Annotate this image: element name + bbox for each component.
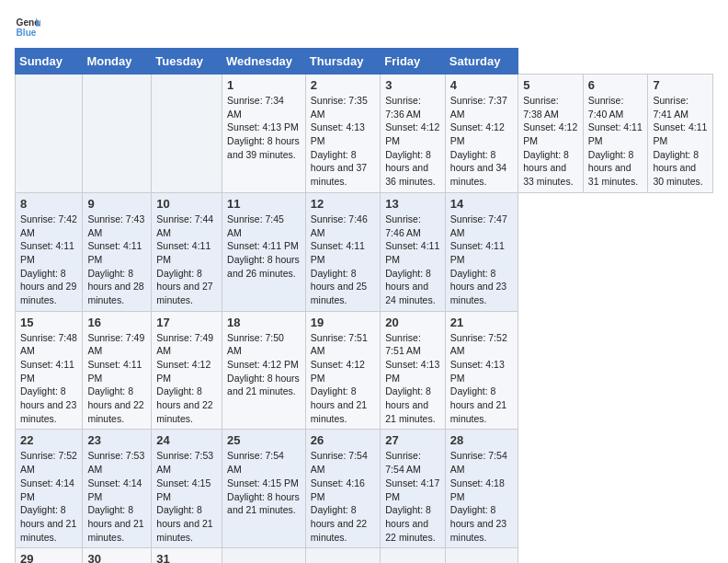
calendar-cell: 15 Sunrise: 7:48 AMSunset: 4:11 PMDaylig… [16, 311, 83, 430]
calendar-cell: 29 Sunrise: 7:55 AMSunset: 4:18 PMDaylig… [16, 548, 83, 563]
day-number: 25 [227, 433, 301, 447]
calendar-cell: 10 Sunrise: 7:44 AMSunset: 4:11 PMDaylig… [152, 192, 222, 311]
page-header: General Blue [15, 15, 713, 40]
day-number: 6 [588, 78, 643, 92]
calendar-cell: 9 Sunrise: 7:43 AMSunset: 4:11 PMDayligh… [83, 192, 152, 311]
calendar-cell: 24 Sunrise: 7:53 AMSunset: 4:15 PMDaylig… [152, 430, 222, 548]
col-header-monday: Monday [83, 49, 152, 75]
day-number: 7 [653, 78, 708, 92]
day-number: 23 [87, 433, 146, 447]
calendar-week-1: 1 Sunrise: 7:34 AMSunset: 4:13 PMDayligh… [16, 75, 713, 193]
day-info: Sunrise: 7:42 AMSunset: 4:11 PMDaylight:… [20, 213, 77, 305]
day-info: Sunrise: 7:54 AMSunset: 4:17 PMDaylight:… [385, 450, 439, 542]
calendar-week-4: 22 Sunrise: 7:52 AMSunset: 4:14 PMDaylig… [16, 430, 713, 548]
day-info: Sunrise: 7:45 AMSunset: 4:11 PMDaylight:… [227, 213, 300, 279]
day-number: 1 [227, 78, 301, 92]
day-number: 24 [156, 433, 217, 447]
calendar-cell: 31 Sunrise: 7:55 AMSunset: 4:20 PMDaylig… [152, 548, 222, 563]
day-number: 2 [311, 78, 375, 92]
calendar-cell: 3 Sunrise: 7:36 AMSunset: 4:12 PMDayligh… [381, 75, 446, 193]
calendar-cell [152, 75, 222, 193]
calendar-cell: 28 Sunrise: 7:54 AMSunset: 4:18 PMDaylig… [445, 430, 518, 548]
calendar-cell: 12 Sunrise: 7:46 AMSunset: 4:11 PMDaylig… [305, 192, 380, 311]
day-number: 28 [450, 433, 513, 447]
day-number: 15 [20, 316, 77, 329]
day-info: Sunrise: 7:50 AMSunset: 4:12 PMDaylight:… [227, 332, 300, 397]
day-info: Sunrise: 7:38 AMSunset: 4:12 PMDaylight:… [523, 95, 577, 187]
day-info: Sunrise: 7:51 AMSunset: 4:12 PMDaylight:… [311, 332, 368, 424]
calendar-cell: 27 Sunrise: 7:54 AMSunset: 4:17 PMDaylig… [381, 430, 446, 548]
day-number: 11 [227, 197, 301, 211]
calendar-week-2: 8 Sunrise: 7:42 AMSunset: 4:11 PMDayligh… [16, 192, 713, 311]
calendar-week-3: 15 Sunrise: 7:48 AMSunset: 4:11 PMDaylig… [16, 311, 713, 430]
day-number: 3 [385, 78, 440, 92]
calendar-cell [222, 548, 306, 563]
calendar-cell: 2 Sunrise: 7:35 AMSunset: 4:13 PMDayligh… [305, 75, 380, 193]
day-number: 8 [20, 197, 77, 211]
day-number: 27 [385, 433, 440, 447]
calendar-cell: 14 Sunrise: 7:47 AMSunset: 4:11 PMDaylig… [445, 192, 518, 311]
col-header-thursday: Thursday [305, 49, 380, 75]
calendar-cell [305, 548, 380, 563]
day-info: Sunrise: 7:40 AMSunset: 4:11 PMDaylight:… [588, 95, 643, 187]
calendar-cell: 20 Sunrise: 7:51 AMSunset: 4:13 PMDaylig… [381, 311, 446, 430]
day-info: Sunrise: 7:48 AMSunset: 4:11 PMDaylight:… [20, 332, 77, 424]
calendar-cell: 22 Sunrise: 7:52 AMSunset: 4:14 PMDaylig… [16, 430, 83, 548]
calendar-cell: 7 Sunrise: 7:41 AMSunset: 4:11 PMDayligh… [648, 75, 713, 193]
day-info: Sunrise: 7:51 AMSunset: 4:13 PMDaylight:… [385, 332, 439, 424]
calendar-cell: 1 Sunrise: 7:34 AMSunset: 4:13 PMDayligh… [222, 75, 306, 193]
day-info: Sunrise: 7:34 AMSunset: 4:13 PMDaylight:… [227, 95, 300, 160]
calendar-cell [381, 548, 446, 563]
day-number: 9 [87, 197, 146, 211]
day-number: 19 [311, 316, 375, 329]
day-number: 12 [311, 197, 375, 211]
calendar-cell [445, 548, 518, 563]
calendar-cell: 21 Sunrise: 7:52 AMSunset: 4:13 PMDaylig… [445, 311, 518, 430]
calendar-cell: 19 Sunrise: 7:51 AMSunset: 4:12 PMDaylig… [305, 311, 380, 430]
day-number: 17 [156, 316, 217, 329]
day-number: 13 [385, 197, 440, 211]
day-info: Sunrise: 7:47 AMSunset: 4:11 PMDaylight:… [450, 213, 507, 305]
day-number: 26 [311, 433, 375, 447]
calendar-cell: 25 Sunrise: 7:54 AMSunset: 4:15 PMDaylig… [222, 430, 306, 548]
day-number: 5 [523, 78, 578, 92]
day-info: Sunrise: 7:35 AMSunset: 4:13 PMDaylight:… [311, 95, 368, 187]
day-number: 31 [156, 552, 217, 563]
calendar-cell: 17 Sunrise: 7:49 AMSunset: 4:12 PMDaylig… [152, 311, 222, 430]
day-info: Sunrise: 7:53 AMSunset: 4:15 PMDaylight:… [156, 450, 213, 542]
day-number: 18 [227, 316, 301, 329]
day-number: 10 [156, 197, 217, 211]
col-header-tuesday: Tuesday [152, 49, 222, 75]
calendar-cell [83, 75, 152, 193]
logo-icon: General Blue [15, 15, 40, 40]
day-info: Sunrise: 7:43 AMSunset: 4:11 PMDaylight:… [87, 213, 144, 305]
calendar-cell: 13 Sunrise: 7:46 AMSunset: 4:11 PMDaylig… [381, 192, 446, 311]
day-number: 22 [20, 433, 77, 447]
day-info: Sunrise: 7:46 AMSunset: 4:11 PMDaylight:… [385, 213, 439, 305]
calendar-cell: 5 Sunrise: 7:38 AMSunset: 4:12 PMDayligh… [518, 75, 584, 193]
calendar-cell: 6 Sunrise: 7:40 AMSunset: 4:11 PMDayligh… [583, 75, 648, 193]
calendar-week-5: 29 Sunrise: 7:55 AMSunset: 4:18 PMDaylig… [16, 548, 713, 563]
calendar-cell [16, 75, 83, 193]
calendar-cell: 8 Sunrise: 7:42 AMSunset: 4:11 PMDayligh… [16, 192, 83, 311]
col-header-sunday: Sunday [16, 49, 83, 75]
col-header-saturday: Saturday [445, 49, 518, 75]
day-info: Sunrise: 7:52 AMSunset: 4:13 PMDaylight:… [450, 332, 507, 424]
day-info: Sunrise: 7:36 AMSunset: 4:12 PMDaylight:… [385, 95, 439, 187]
day-info: Sunrise: 7:49 AMSunset: 4:12 PMDaylight:… [156, 332, 213, 424]
calendar-cell: 26 Sunrise: 7:54 AMSunset: 4:16 PMDaylig… [305, 430, 380, 548]
day-number: 21 [450, 316, 513, 329]
day-info: Sunrise: 7:41 AMSunset: 4:11 PMDaylight:… [653, 95, 707, 187]
day-info: Sunrise: 7:52 AMSunset: 4:14 PMDaylight:… [20, 450, 77, 542]
calendar-cell: 30 Sunrise: 7:55 AMSunset: 4:19 PMDaylig… [83, 548, 152, 563]
day-info: Sunrise: 7:54 AMSunset: 4:15 PMDaylight:… [227, 450, 300, 515]
day-info: Sunrise: 7:53 AMSunset: 4:14 PMDaylight:… [87, 450, 144, 542]
day-number: 4 [450, 78, 513, 92]
day-info: Sunrise: 7:46 AMSunset: 4:11 PMDaylight:… [311, 213, 368, 305]
day-info: Sunrise: 7:49 AMSunset: 4:11 PMDaylight:… [87, 332, 144, 424]
calendar-cell: 18 Sunrise: 7:50 AMSunset: 4:12 PMDaylig… [222, 311, 306, 430]
svg-text:Blue: Blue [17, 28, 37, 38]
day-info: Sunrise: 7:37 AMSunset: 4:12 PMDaylight:… [450, 95, 507, 187]
day-number: 14 [450, 197, 513, 211]
calendar-table: SundayMondayTuesdayWednesdayThursdayFrid… [15, 48, 713, 563]
